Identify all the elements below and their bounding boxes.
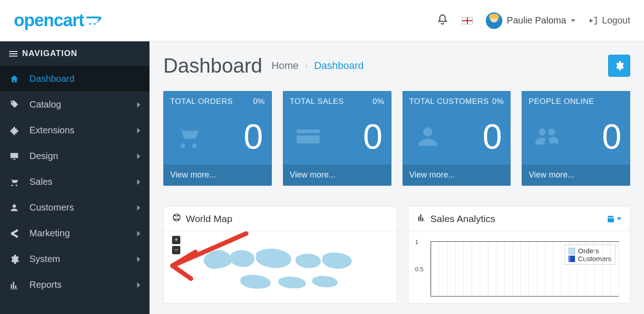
map-zoom-out-button[interactable]: − [172,246,180,254]
breadcrumb-current[interactable]: Dashboard [314,60,364,72]
top-header: opencart Paulie Paloma Logout [0,0,644,41]
sidebar-item-catalog[interactable]: Catalog [0,91,150,117]
chevron-right-icon [137,154,140,159]
user-name: Paulie Paloma [507,15,566,26]
tile-total-orders: TOTAL ORDERS 0% 0 View more... [163,91,272,186]
tile-title: TOTAL CUSTOMERS [409,97,489,106]
bars-icon [9,280,21,290]
tile-percent: 0% [253,97,265,106]
brand-cart-icon [86,16,107,26]
page-title: Dashboard [163,54,262,77]
globe-icon [172,213,181,224]
sidebar-item-sales[interactable]: Sales [0,169,150,194]
cart-icon [172,123,205,150]
sales-analytics-chart[interactable]: 1 0.5 Orders Customers [431,241,619,297]
sidebar-item-label: Customers [29,202,74,213]
user-icon [411,123,444,150]
sidebar-item-reports[interactable]: Reports [0,272,150,297]
tile-percent: 0% [373,97,385,106]
main-content: Dashboard Home › Dashboard TOTAL ORDERS … [150,41,644,314]
chart-ytick: 0.5 [415,266,424,273]
logout-icon [588,16,598,26]
svg-point-0 [89,23,91,25]
nav-header[interactable]: NAVIGATION [0,41,150,66]
world-map-image[interactable] [172,238,388,293]
tile-total-customers: TOTAL CUSTOMERS 0% 0 View more... [402,91,511,186]
caret-down-icon [571,19,575,22]
chevron-right-icon [137,231,140,236]
gear-icon [614,61,624,71]
breadcrumb-separator-icon: › [305,61,308,71]
chevron-right-icon [137,102,140,108]
chevron-right-icon [137,179,140,185]
sidebar-item-label: Reports [29,280,62,290]
tile-value: 0 [363,116,382,156]
tile-total-sales: TOTAL SALES 0% 0 View more... [283,91,391,186]
analytics-date-picker[interactable] [607,215,621,223]
sidebar-item-design[interactable]: Design [0,143,150,169]
logout-link[interactable]: Logout [588,15,630,26]
avatar [486,12,502,29]
tile-value: 0 [483,116,502,156]
caret-down-icon [617,217,621,220]
chevron-right-icon [137,282,140,288]
share-icon [9,228,21,239]
tile-people-online: PEOPLE ONLINE 0 View more... [522,91,630,186]
sidebar-item-customers[interactable]: Customers [0,194,150,220]
tile-value: 0 [602,116,621,156]
breadcrumb-home[interactable]: Home [271,60,299,72]
sidebar-item-label: Dashboard [29,74,75,84]
sidebar-item-dashboard[interactable]: Dashboard [0,66,150,91]
svg-point-1 [94,23,96,25]
chevron-right-icon [137,128,140,133]
panel-title: Sales Analytics [431,213,495,224]
sidebar-item-label: Sales [29,177,52,187]
sidebar-item-extensions[interactable]: Extensions [0,117,150,143]
panel-sales-analytics: Sales Analytics 1 0.5 Orders Customers [408,206,630,303]
gear-icon [9,254,21,264]
sidebar-item-label: Marketing [29,228,70,239]
tile-view-more[interactable]: View more... [522,165,630,185]
tile-title: TOTAL SALES [290,97,344,106]
chevron-right-icon [137,205,140,211]
calendar-icon [607,215,615,223]
breadcrumb: Home › Dashboard [271,60,363,72]
legend-label: Customers [578,255,611,263]
tile-percent: 0% [492,97,504,106]
chart-legend: Orders Customers [564,245,615,265]
tile-value: 0 [243,116,263,156]
legend-label: Orders [578,247,599,255]
chart-ytick: 1 [415,239,419,245]
puzzle-icon [9,126,21,136]
home-icon [9,74,21,84]
brand-logo[interactable]: opencart [14,11,107,30]
tile-title: PEOPLE ONLINE [529,97,594,106]
tile-title: TOTAL ORDERS [170,97,233,106]
tile-view-more[interactable]: View more... [403,165,511,185]
sidebar-item-label: System [29,254,60,264]
map-zoom-in-button[interactable]: + [172,236,180,244]
notifications-bell-icon[interactable] [436,13,449,28]
card-icon [292,123,325,150]
tile-view-more[interactable]: View more... [164,165,271,185]
tag-icon [9,100,21,110]
sidebar-item-label: Catalog [29,99,61,110]
monitor-icon [9,151,21,161]
sidebar-item-label: Design [29,151,58,161]
dashboard-settings-button[interactable] [608,55,630,77]
chevron-right-icon [137,257,140,262]
panel-world-map: World Map + − [163,206,397,303]
tile-view-more[interactable]: View more... [283,165,391,185]
people-icon [530,123,564,150]
nav-title: NAVIGATION [22,49,77,58]
user-menu[interactable]: Paulie Paloma [486,12,575,29]
language-flag-icon[interactable] [462,17,473,24]
hamburger-icon [9,51,17,57]
sidebar: NAVIGATION Dashboard Catalog Extensions … [0,41,150,314]
sidebar-item-system[interactable]: System [0,246,150,272]
logout-label: Logout [602,15,630,26]
brand-text: opencart [14,11,84,30]
sidebar-item-label: Extensions [29,125,75,136]
user-icon [9,203,21,213]
sidebar-item-marketing[interactable]: Marketing [0,220,150,246]
